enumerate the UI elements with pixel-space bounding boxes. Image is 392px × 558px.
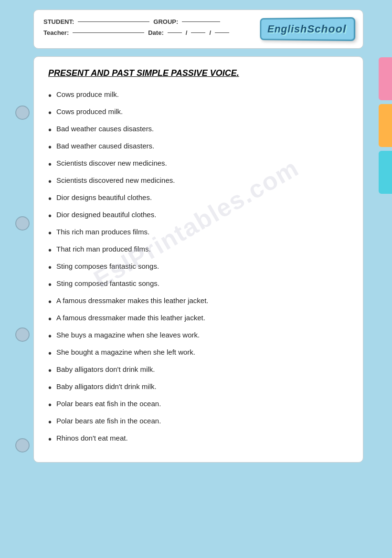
date-month-underline [191, 32, 205, 33]
group-label: GROUP: [153, 18, 178, 25]
bullet: • [48, 416, 52, 428]
list-item: •Dior designs beautiful clothes. [48, 190, 349, 207]
sentence-text: Baby alligators didn't drink milk. [56, 381, 157, 392]
list-item: •Cows produce milk. [48, 87, 349, 104]
bullet: • [48, 106, 52, 119]
hole-1 [15, 105, 30, 120]
sentence-text: That rich man produced films. [56, 244, 151, 255]
date-year-underline [215, 32, 229, 33]
sentence-text: Cows produce milk. [56, 89, 119, 100]
date-label: Date: [148, 29, 164, 36]
bullet: • [48, 175, 52, 188]
list-item: •Rhinos don't eat meat. [48, 431, 349, 448]
bullet: • [48, 399, 52, 411]
sentence-text: Scientists discovered new medicines. [56, 175, 175, 186]
group-underline [182, 21, 220, 22]
list-item: •Scientists discovered new medicines. [48, 173, 349, 190]
bullet: • [48, 124, 52, 136]
hole-2 [15, 216, 30, 231]
binder-holes [15, 0, 30, 558]
page-content: STUDENT: GROUP: Teacher: Date: / / Engli… [33, 10, 363, 463]
header-fields: STUDENT: GROUP: Teacher: Date: / / [43, 18, 258, 40]
bullet: • [48, 330, 52, 342]
list-item: •She bought a magazine when she left wor… [48, 345, 349, 362]
sentence-text: Bad weather causes disasters. [56, 124, 154, 135]
exercise-card: PRESENT AND PAST SIMPLE PASSIVE VOICE. •… [33, 56, 363, 463]
sentence-list: •Cows produce milk.•Cows produced milk.•… [48, 87, 349, 448]
sentence-text: Polar bears eat fish in the ocean. [56, 399, 161, 410]
bullet: • [48, 278, 52, 291]
bullet: • [48, 364, 52, 377]
list-item: •Polar bears eat fish in the ocean. [48, 396, 349, 413]
list-item: •Dior designed beautiful clothes. [48, 207, 349, 224]
list-item: •Bad weather causes disasters. [48, 121, 349, 138]
list-item: •Baby alligators don't drink milk. [48, 362, 349, 379]
sentence-text: A famous dressmaker makes this leather j… [56, 295, 208, 306]
bullet: • [48, 433, 52, 445]
sentence-text: She buys a magazine when she leaves work… [56, 330, 200, 341]
bullet: • [48, 313, 52, 325]
list-item: •Cows produced milk. [48, 104, 349, 121]
bullet: • [48, 158, 52, 170]
teacher-line: Teacher: Date: / / [43, 29, 258, 36]
sentence-text: Bad weather caused disasters. [56, 141, 154, 152]
tab-blue [379, 151, 392, 194]
date-sep2: / [209, 29, 211, 36]
list-item: •A famous dressmaker made this leather j… [48, 310, 349, 327]
bullet: • [48, 261, 52, 274]
tab-orange [379, 104, 392, 147]
student-underline [78, 21, 149, 22]
sentence-text: Baby alligators don't drink milk. [56, 364, 155, 375]
sentence-text: A famous dressmaker made this leather ja… [56, 313, 205, 324]
sentence-text: Sting composed fantastic songs. [56, 278, 159, 289]
sentence-text: Rhinos don't eat meat. [56, 433, 128, 444]
sentence-text: Dior designs beautiful clothes. [56, 192, 152, 203]
sentence-text: Cows produced milk. [56, 106, 123, 117]
list-item: •Sting composed fantastic songs. [48, 276, 349, 293]
student-line: STUDENT: GROUP: [43, 18, 258, 25]
bullet: • [48, 295, 52, 308]
list-item: •A famous dressmaker makes this leather … [48, 293, 349, 310]
list-item: •Scientists discover new medicines. [48, 156, 349, 173]
list-item: •This rich man produces films. [48, 224, 349, 242]
hole-4 [15, 438, 30, 453]
bullet: • [48, 347, 52, 359]
bullet: • [48, 227, 52, 239]
list-item: •She buys a magazine when she leaves wor… [48, 327, 349, 345]
bullet: • [48, 244, 52, 256]
date-sep1: / [186, 29, 188, 36]
list-item: •Bad weather caused disasters. [48, 138, 349, 156]
sentence-text: Dior designed beautiful clothes. [56, 210, 156, 221]
header-card: STUDENT: GROUP: Teacher: Date: / / Engli… [33, 10, 363, 49]
hole-3 [15, 327, 30, 342]
bullet: • [48, 381, 52, 394]
bullet: • [48, 210, 52, 222]
bullet: • [48, 192, 52, 205]
exercise-title: PRESENT AND PAST SIMPLE PASSIVE VOICE. [48, 68, 349, 78]
teacher-label: Teacher: [43, 29, 69, 36]
bullet: • [48, 141, 52, 153]
sentence-text: Sting composes fantastic songs. [56, 261, 159, 272]
list-item: •Polar bears ate fish in the ocean. [48, 413, 349, 431]
date-day-underline [168, 32, 182, 33]
list-item: •Baby alligators didn't drink milk. [48, 379, 349, 396]
logo: EnglishSchool [260, 17, 355, 41]
tab-pink [379, 57, 392, 100]
bullet: • [48, 89, 52, 102]
sentence-text: Polar bears ate fish in the ocean. [56, 416, 161, 427]
student-label: STUDENT: [43, 18, 74, 25]
list-item: •Sting composes fantastic songs. [48, 259, 349, 276]
sentence-text: Scientists discover new medicines. [56, 158, 167, 169]
list-item: •That rich man produced films. [48, 242, 349, 259]
teacher-underline [73, 32, 144, 33]
sentence-text: She bought a magazine when she left work… [56, 347, 195, 358]
side-tabs [379, 57, 392, 198]
sentence-text: This rich man produces films. [56, 227, 149, 238]
